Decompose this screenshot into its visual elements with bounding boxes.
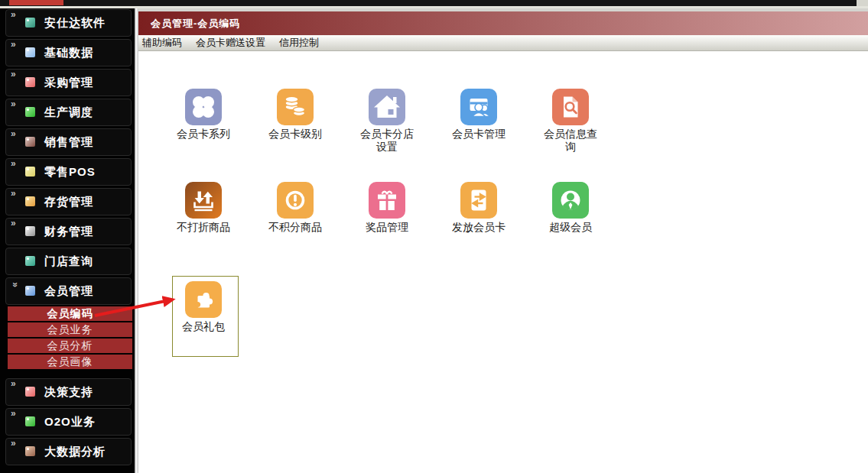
purchase-icon	[25, 77, 35, 87]
transfer-icon	[460, 182, 497, 219]
tile-label: 会员信息查 询	[540, 128, 601, 154]
exclaim-icon	[277, 182, 314, 219]
finance-icon	[25, 226, 35, 236]
tile-exclaim[interactable]: 不积分商品	[265, 182, 326, 234]
sidebar-item-decision[interactable]: »决策支持	[5, 378, 132, 406]
sidebar-item-label: 门店查询	[44, 254, 93, 269]
tile-label: 不打折商品	[173, 221, 234, 234]
chevron-right-icon: »	[11, 99, 15, 109]
chevron-right-icon: »	[11, 9, 15, 20]
tile-clover[interactable]: 会员卡系列	[173, 89, 234, 141]
chevron-right-icon: »	[11, 408, 15, 419]
app-window: »安仕达软件»基础数据»采购管理»生产调度»销售管理»零售POS»存货管理»财务…	[0, 0, 868, 473]
menu-item-2[interactable]: 会员卡赠送设置	[194, 35, 267, 50]
sidebar-item-label: 决策支持	[44, 385, 93, 400]
tile-label: 奖品管理	[356, 221, 418, 234]
retail-pos-icon	[25, 167, 35, 177]
sidebar-item-store-query[interactable]: 门店查询	[5, 248, 132, 275]
sidebar-item-bigdata[interactable]: »大数据分析	[5, 438, 132, 465]
sidebar-item-label: 大数据分析	[44, 445, 106, 459]
menu-bar: 辅助编码会员卡赠送设置信用控制	[138, 35, 868, 51]
top-bar-right-cap	[857, 0, 868, 6]
chevron-right-icon: »	[11, 188, 15, 199]
sales-icon	[25, 137, 35, 147]
bigdata-icon	[25, 446, 35, 456]
menu-item-3[interactable]: 信用控制	[278, 35, 320, 50]
sidebar-item-member-mgmt[interactable]: »会员管理	[5, 277, 132, 305]
import-icon	[185, 182, 222, 219]
sidebar-item-label: 基础数据	[44, 46, 93, 60]
active-tab[interactable]	[9, 0, 63, 5]
software-icon	[25, 18, 35, 28]
tile-label: 不积分商品	[265, 221, 326, 234]
tile-label: 超级会员	[540, 221, 601, 234]
store-query-icon	[25, 256, 35, 266]
sidebar-subitem-member-portrait[interactable]: 会员画像	[8, 355, 132, 369]
tile-home[interactable]: 会员卡分店 设置	[356, 89, 418, 154]
chevron-right-icon: »	[11, 218, 15, 228]
inventory-icon	[25, 196, 35, 206]
chevron-right-icon: »	[11, 39, 15, 50]
tile-transfer[interactable]: 发放会员卡	[448, 182, 509, 234]
coins-icon	[277, 89, 314, 125]
tile-label: 发放会员卡	[448, 221, 509, 234]
tile-card-people[interactable]: 会员卡管理	[448, 89, 509, 141]
sidebar: »安仕达软件»基础数据»采购管理»生产调度»销售管理»零售POS»存货管理»财务…	[0, 8, 135, 473]
sidebar-item-base-data[interactable]: »基础数据	[5, 39, 132, 66]
sidebar-item-label: 零售POS	[44, 165, 96, 180]
tile-import[interactable]: 不打折商品	[173, 182, 234, 234]
gift-icon	[369, 182, 405, 219]
clover-icon	[185, 89, 222, 125]
person-icon	[552, 182, 589, 219]
sidebar-item-label: 财务管理	[44, 225, 93, 239]
tile-label: 会员卡级别	[265, 128, 326, 141]
chevron-right-icon: »	[11, 69, 15, 79]
sidebar-item-label: 采购管理	[44, 76, 93, 90]
content-area: 会员卡系列会员卡级别会员卡分店 设置会员卡管理会员信息查 询不打折商品不积分商品…	[138, 51, 868, 473]
sidebar-item-label: 生产调度	[44, 105, 93, 120]
puzzle-icon	[185, 281, 222, 318]
tile-label: 会员卡系列	[173, 128, 234, 141]
production-icon	[25, 107, 35, 117]
tile-label: 会员卡分店 设置	[356, 128, 418, 154]
menu-item-1[interactable]: 辅助编码	[141, 35, 184, 50]
home-icon	[369, 89, 405, 125]
tile-label: 会员礼包	[173, 320, 234, 333]
tile-puzzle[interactable]: 会员礼包	[173, 281, 234, 333]
card-people-icon	[460, 89, 497, 125]
sidebar-item-sales[interactable]: »销售管理	[5, 128, 132, 156]
sidebar-subitem-member-code[interactable]: 会员编码	[8, 306, 132, 321]
sidebar-item-label: 销售管理	[44, 135, 93, 150]
chevron-right-icon: »	[11, 438, 15, 449]
main-panel: 会员管理-会员编码 辅助编码会员卡赠送设置信用控制 会员卡系列会员卡级别会员卡分…	[138, 8, 868, 473]
tile-person[interactable]: 超级会员	[540, 182, 601, 234]
top-tab-bar	[0, 0, 868, 6]
sidebar-item-purchase[interactable]: »采购管理	[5, 69, 132, 96]
tile-gift[interactable]: 奖品管理	[356, 182, 418, 234]
member-mgmt-icon	[25, 286, 35, 296]
sidebar-item-o2o[interactable]: »O2O业务	[5, 408, 132, 436]
sidebar-subitem-member-analysis[interactable]: 会员分析	[8, 339, 132, 353]
sidebar-item-inventory[interactable]: »存货管理	[5, 188, 132, 215]
base-data-icon	[25, 47, 35, 57]
sidebar-item-finance[interactable]: »财务管理	[5, 218, 132, 245]
sidebar-item-label: 安仕达软件	[44, 16, 106, 31]
sidebar-item-label: 存货管理	[44, 195, 93, 209]
sidebar-subitem-member-business[interactable]: 会员业务	[8, 322, 132, 337]
o2o-icon	[25, 416, 35, 426]
chevron-right-icon: »	[11, 158, 15, 169]
page-title: 会员管理-会员编码	[138, 11, 868, 35]
sidebar-item-retail-pos[interactable]: »零售POS	[5, 158, 132, 186]
sidebar-item-label: 会员管理	[44, 284, 93, 299]
chevron-down-icon: »	[10, 282, 21, 287]
tile-coins[interactable]: 会员卡级别	[265, 89, 326, 141]
chevron-right-icon: »	[11, 378, 15, 389]
sidebar-item-software[interactable]: »安仕达软件	[5, 9, 132, 37]
doc-search-icon	[552, 89, 589, 125]
tile-doc-search[interactable]: 会员信息查 询	[540, 89, 601, 154]
sidebar-item-production[interactable]: »生产调度	[5, 99, 132, 126]
sidebar-item-label: O2O业务	[44, 415, 96, 429]
decision-icon	[25, 387, 35, 397]
tile-label: 会员卡管理	[448, 128, 509, 141]
chevron-right-icon: »	[11, 128, 15, 139]
